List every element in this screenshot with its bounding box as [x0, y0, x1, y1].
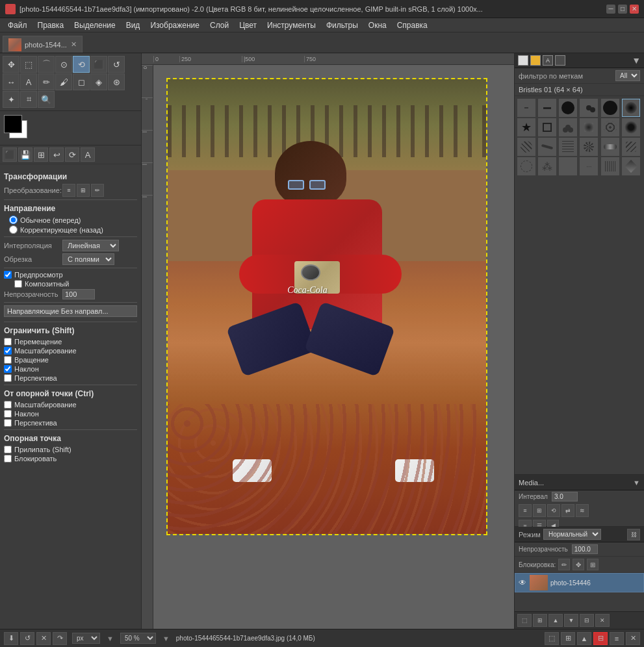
status-raise-btn[interactable]: ▲ [577, 632, 591, 645]
menu-item-файл[interactable]: Файл [3, 19, 32, 31]
menu-item-изображение[interactable]: Изображение [145, 19, 205, 31]
brush-cell-9[interactable] [559, 118, 577, 136]
tool-rect-select[interactable]: ⬚ [20, 56, 37, 73]
status-save-btn[interactable]: ⬇ [4, 632, 18, 645]
redo-btn[interactable]: ⟳ [65, 147, 79, 162]
lower-layer-btn[interactable]: ▼ [564, 614, 578, 627]
kompozitnyy-checkbox[interactable] [14, 280, 22, 288]
predprosmotr-checkbox[interactable] [4, 271, 12, 279]
brush-cell-15[interactable] [559, 138, 577, 156]
settings-btn[interactable]: A [81, 147, 95, 162]
tool-crop[interactable]: ⬛ [90, 56, 107, 73]
status-delete-btn[interactable]: ✕ [626, 632, 640, 645]
tool-text[interactable]: A [20, 73, 37, 90]
menu-item-справка[interactable]: Справка [392, 19, 433, 31]
brush-cell-6[interactable] [622, 99, 640, 117]
foreground-color-swatch[interactable] [4, 115, 22, 133]
radio-korrektiruyushee-input[interactable] [9, 225, 18, 234]
menu-item-окна[interactable]: Окна [363, 19, 392, 31]
status-cancel-btn[interactable]: ✕ [36, 632, 51, 645]
vrashenie-checkbox[interactable] [4, 356, 12, 364]
status-undo-btn[interactable]: ↺ [20, 632, 34, 645]
export-btn[interactable]: ⊞ [34, 147, 48, 162]
preobrazovanie-btn3[interactable]: ✏ [91, 184, 104, 197]
preobrazovanie-btn2[interactable]: ⊞ [77, 184, 90, 197]
brush-cell-24[interactable] [622, 157, 640, 175]
dyn-btn-2[interactable]: ⊞ [533, 504, 546, 517]
status-new-layer-btn[interactable]: ⬚ [545, 632, 559, 645]
layer-visibility-btn[interactable]: 👁 [518, 578, 527, 587]
status-redo-btn[interactable]: ↷ [53, 632, 67, 645]
prilyipat-checkbox[interactable] [4, 446, 12, 453]
close-button[interactable]: ✕ [630, 5, 639, 14]
interpolyaciya-select[interactable]: Линейная Кубическая Нет [62, 240, 119, 251]
tool-transform[interactable]: ⟲ [73, 56, 90, 73]
brush-filter-dropdown[interactable]: All [615, 70, 640, 81]
brush-cell-3[interactable] [559, 99, 577, 117]
menu-item-вид[interactable]: Вид [121, 19, 146, 31]
obrezka-select[interactable]: С полями Без полей [62, 253, 114, 265]
new-layer-btn[interactable]: ⊞ [533, 614, 547, 627]
delete-layer-btn[interactable]: ✕ [595, 614, 610, 627]
blokirovat-checkbox[interactable] [4, 455, 12, 463]
tab-close-button[interactable]: ✕ [71, 40, 77, 49]
brush-cell-5[interactable] [601, 99, 619, 117]
brush-cell-18[interactable] [622, 138, 640, 156]
brush-cell-19[interactable] [517, 157, 535, 175]
preobrazovanie-btn1[interactable]: ≡ [62, 184, 75, 197]
naklon2-checkbox[interactable] [4, 410, 12, 418]
undo-btn[interactable]: ↩ [49, 147, 64, 162]
tool-lasso[interactable]: ⌒ [38, 56, 55, 73]
canvas-scroll-area[interactable]: Coca-Cola [153, 65, 514, 629]
new-image-btn[interactable]: ⬛ [3, 147, 17, 162]
brush-cell-10[interactable] [580, 118, 598, 136]
status-highlight-btn[interactable]: ⊟ [593, 632, 608, 645]
unit-select[interactable]: px mm in [72, 633, 100, 644]
lock-pixels-btn[interactable]: ✏ [558, 559, 570, 570]
brush-cell-16[interactable] [580, 138, 598, 156]
menu-item-фильтры[interactable]: Фильтры [321, 19, 363, 31]
tool-move[interactable]: ✥ [3, 56, 19, 73]
layers-opacity-input[interactable] [572, 544, 598, 554]
dyn-btn-1[interactable]: ≡ [519, 504, 532, 517]
brush-cell-21[interactable] [559, 157, 577, 175]
zoom-select[interactable]: 50 % 25 % 100 % 200 % [120, 633, 156, 644]
tool-eraser[interactable]: ◻ [73, 73, 90, 90]
tool-fill[interactable]: ◈ [90, 73, 107, 90]
brush-cell-20[interactable]: ⁂ [538, 157, 556, 175]
minimize-button[interactable]: ─ [606, 5, 615, 14]
panel-fg-color[interactable] [518, 55, 528, 66]
brush-cell-11[interactable] [601, 118, 619, 136]
menu-item-цвет[interactable]: Цвет [234, 19, 262, 31]
tab-photo[interactable]: photo-1544... ✕ [3, 36, 83, 53]
dyn-btn-5[interactable]: ≋ [576, 504, 589, 517]
lock-alpha-btn[interactable]: ⊞ [587, 559, 599, 570]
radio-obychnoe-input[interactable] [9, 216, 18, 224]
tool-pencil[interactable]: ✏ [38, 73, 55, 90]
menu-item-инструменты[interactable]: Инструменты [262, 19, 321, 31]
tool-zoom[interactable]: 🔍 [38, 91, 55, 108]
perspektiva2-checkbox[interactable] [4, 419, 12, 427]
menu-item-правка[interactable]: Правка [32, 19, 70, 31]
perspektiva-checkbox[interactable] [4, 374, 12, 382]
merge-visible-btn[interactable]: ⊟ [580, 614, 594, 627]
brush-cell-1[interactable] [517, 99, 535, 117]
brush-cell-8[interactable] [538, 118, 556, 136]
brush-cell-2[interactable] [538, 99, 556, 117]
panel-text-btn[interactable]: A [543, 55, 553, 66]
tool-heal[interactable]: ✦ [3, 91, 19, 108]
tool-fuzzy[interactable]: ⊙ [55, 56, 72, 73]
new-layer-from-visible-btn[interactable]: ⬚ [517, 614, 532, 627]
brush-cell-14[interactable] [538, 138, 556, 156]
peremeshenie-checkbox[interactable] [4, 338, 12, 346]
tool-paint[interactable]: 🖌 [55, 73, 72, 90]
panel-extra-btn[interactable] [555, 55, 565, 66]
photo-canvas[interactable]: Coca-Cola [168, 79, 486, 534]
brush-cell-7[interactable]: ★ [517, 118, 535, 136]
status-duplicate-btn[interactable]: ⊞ [561, 632, 575, 645]
brush-cell-23[interactable] [601, 157, 619, 175]
brush-cell-12[interactable] [622, 118, 640, 136]
panel-accent-color[interactable] [530, 55, 541, 66]
napravlyaushie-button[interactable]: Направляющие Без направл... [4, 305, 137, 317]
tool-clone[interactable]: ⊛ [108, 73, 125, 90]
